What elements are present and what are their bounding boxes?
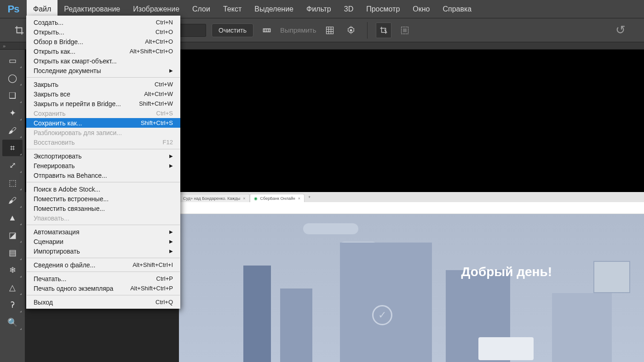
menu-выделение[interactable]: Выделение bbox=[248, 0, 300, 18]
tool-path[interactable]: ʔ bbox=[2, 297, 23, 313]
sber-logo-icon bbox=[372, 305, 392, 325]
menuitem-сохранить-как[interactable]: Сохранить как...Shift+Ctrl+S bbox=[26, 118, 180, 128]
grid-overlay-icon[interactable] bbox=[322, 23, 338, 38]
menuitem-закрыть-все[interactable]: Закрыть всеAlt+Ctrl+W bbox=[26, 89, 180, 99]
straighten-label[interactable]: Выпрямить bbox=[280, 26, 316, 34]
menuitem-сценарии[interactable]: Сценарии▶ bbox=[26, 237, 180, 246]
tool-eraser[interactable]: ◪ bbox=[2, 227, 23, 243]
tool-gradient[interactable]: ▤ bbox=[2, 244, 23, 261]
menuitem-поиск-в-adobe-stock[interactable]: Поиск в Adobe Stock... bbox=[26, 184, 180, 194]
tool-pen[interactable]: △ bbox=[2, 279, 23, 296]
browser-tabstrip: Суд» над Бондаренко. Кажды× ◉СберБанк Он… bbox=[179, 192, 644, 202]
menuitem-открыть[interactable]: Открыть...Ctrl+O bbox=[26, 27, 180, 37]
menu-текст[interactable]: Текст bbox=[217, 0, 248, 18]
menuitem-открыть-как[interactable]: Открыть как...Alt+Shift+Ctrl+O bbox=[26, 46, 180, 56]
crop-tool-icon bbox=[12, 23, 27, 38]
menuitem-упаковать: Упаковать... bbox=[26, 213, 180, 223]
svg-rect-3 bbox=[403, 28, 406, 32]
tool-magic-wand[interactable]: ✦ bbox=[2, 105, 23, 121]
tool-brush-select[interactable]: 🖌 bbox=[2, 122, 23, 139]
tool-slice[interactable]: ⤢ bbox=[2, 157, 23, 174]
document-image: Суд» над Бондаренко. Кажды× ◉СберБанк Он… bbox=[179, 192, 644, 362]
menuitem-экспортировать[interactable]: Экспортировать▶ bbox=[26, 151, 180, 161]
reset-crop-icon[interactable]: ↺ bbox=[615, 23, 626, 37]
menuitem-генерировать[interactable]: Генерировать▶ bbox=[26, 161, 180, 170]
menuitem-создать[interactable]: Создать...Ctrl+N bbox=[26, 17, 180, 27]
browser-tab-2: ◉СберБанк Онлайн× bbox=[250, 194, 305, 202]
menuitem-импортировать[interactable]: Импортировать▶ bbox=[26, 246, 180, 256]
straighten-icon[interactable] bbox=[259, 23, 275, 38]
menuitem-последние-документы[interactable]: Последние документы▶ bbox=[26, 66, 180, 75]
menuitem-обзор-в-bridge[interactable]: Обзор в Bridge...Alt+Ctrl+O bbox=[26, 37, 180, 46]
tool-lasso[interactable]: ❑ bbox=[2, 87, 23, 104]
menu-окно[interactable]: Окно bbox=[406, 0, 436, 18]
menuitem-поместить-встроенные[interactable]: Поместить встроенные... bbox=[26, 194, 180, 204]
tool-crop[interactable]: ⌗ bbox=[2, 140, 23, 156]
crop-settings-icon[interactable] bbox=[343, 23, 359, 38]
menuitem-восстановить: ВосстановитьF12 bbox=[26, 137, 180, 147]
content-aware-icon[interactable] bbox=[397, 23, 413, 38]
menu-просмотр[interactable]: Просмотр bbox=[360, 0, 406, 18]
menuitem-закрыть[interactable]: ЗакрытьCtrl+W bbox=[26, 79, 180, 89]
file-menu-dropdown: Создать...Ctrl+NОткрыть...Ctrl+OОбзор в … bbox=[26, 16, 180, 309]
menuitem-печать-одного-экземпляра[interactable]: Печать одного экземпляраAlt+Shift+Ctrl+P bbox=[26, 283, 180, 293]
tool-brush[interactable]: 🖌 bbox=[2, 192, 23, 209]
browser-addressbar bbox=[179, 202, 644, 214]
menu-слои[interactable]: Слои bbox=[186, 0, 217, 18]
tool-blur[interactable]: ❄ bbox=[2, 262, 23, 278]
svg-point-1 bbox=[350, 29, 352, 31]
clear-button[interactable]: Очистить bbox=[212, 23, 253, 37]
app-logo: Ps bbox=[0, 0, 27, 18]
menuitem-печатать[interactable]: Печатать...Ctrl+P bbox=[26, 274, 180, 283]
new-tab-icon: + bbox=[305, 195, 314, 199]
menu-фильтр[interactable]: Фильтр bbox=[300, 0, 338, 18]
menuitem-сохранить: СохранитьCtrl+S bbox=[26, 108, 180, 118]
tool-eyedropper[interactable]: ⬚ bbox=[2, 175, 23, 191]
tool-zoom[interactable]: 🔍 bbox=[2, 314, 23, 331]
menu-3d[interactable]: 3D bbox=[338, 0, 360, 18]
menuitem-сведения-о-файле[interactable]: Сведения о файле...Alt+Shift+Ctrl+I bbox=[26, 260, 180, 270]
toolbox: ▭◯❑✦🖌⌗⤢⬚🖌▲◪▤❄△ʔ🔍 bbox=[0, 50, 25, 362]
browser-tab-1: Суд» над Бондаренко. Кажды× bbox=[179, 194, 250, 202]
greeting-text: Добрый день! bbox=[461, 265, 552, 279]
menu-справка[interactable]: Справка bbox=[436, 0, 478, 18]
tool-marquee-ellipse[interactable]: ◯ bbox=[2, 70, 23, 86]
menuitem-отправить-на-behance[interactable]: Отправить на Behance... bbox=[26, 170, 180, 180]
delete-cropped-icon[interactable] bbox=[376, 23, 391, 38]
menuitem-открыть-как-смарт-объект[interactable]: Открыть как смарт-объект... bbox=[26, 56, 180, 66]
tool-clone[interactable]: ▲ bbox=[2, 209, 23, 226]
menuitem-разблокировать-для-записи: Разблокировать для записи... bbox=[26, 128, 180, 137]
menuitem-выход[interactable]: ВыходCtrl+Q bbox=[26, 297, 180, 307]
menuitem-поместить-связанные[interactable]: Поместить связанные... bbox=[26, 204, 180, 213]
tool-marquee-rect[interactable]: ▭ bbox=[2, 52, 23, 69]
menuitem-закрыть-и-перейти-в-bridge[interactable]: Закрыть и перейти в Bridge...Shift+Ctrl+… bbox=[26, 99, 180, 108]
menuitem-автоматизация[interactable]: Автоматизация▶ bbox=[26, 227, 180, 237]
